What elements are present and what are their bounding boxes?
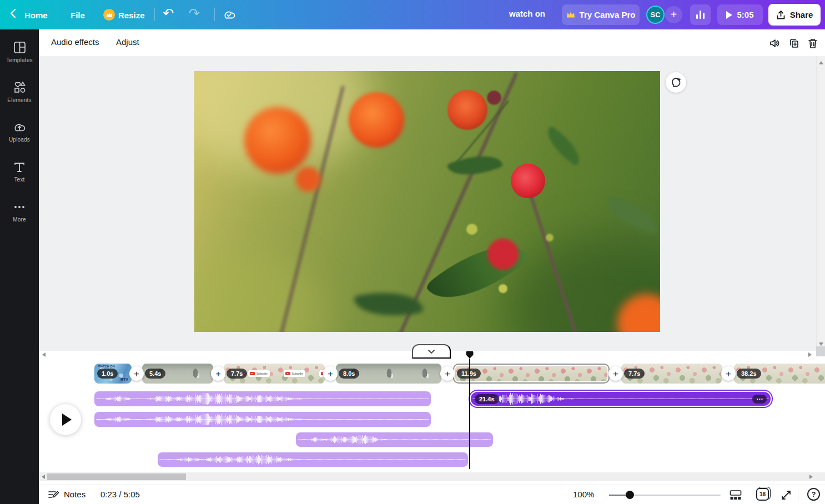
undo-button[interactable]: ↶ [163,6,174,21]
timeline-clip-5-selected[interactable]: 11.9s [453,364,610,384]
sidebar: Templates Elements Uploads Text More [0,29,39,504]
canvas-workspace [39,56,825,351]
present-play-button[interactable]: 5:05 [717,4,763,25]
canva-video-editor: Home File Resize ↶ ↷ watch on Try Canva … [0,0,825,504]
scroll-left-arrow[interactable] [42,352,46,357]
watch-on-label: watch on [509,9,545,18]
add-comment-button[interactable] [666,72,686,93]
audio-track-4[interactable] [158,452,468,467]
scrollbar-thumb[interactable] [47,473,186,480]
add-clip-button[interactable]: + [440,366,455,381]
audio-track-selected[interactable]: 21.4s ⋯ [470,391,772,407]
audio-duration-badge: 21.4s [475,394,499,404]
add-clip-button[interactable]: + [721,366,736,381]
waveform [94,412,431,427]
scroll-up-arrow[interactable] [819,61,823,64]
vertical-scrollbar[interactable] [816,56,825,351]
scroll-down-arrow[interactable] [819,342,823,346]
sidebar-item-more[interactable]: More [0,200,39,233]
resize-menu[interactable]: Resize [118,8,145,23]
timeline-scrollbar[interactable] [39,472,825,481]
flower-orange-large [244,107,311,174]
playhead-marker[interactable] [465,351,474,361]
timeline-clip-6[interactable]: 7.7s [621,364,722,384]
crown-icon [566,11,575,18]
back-button[interactable] [8,7,19,23]
scroll-left-arrow[interactable] [42,475,45,479]
speaker-icon [769,37,781,49]
sidebar-item-uploads[interactable]: Uploads [0,120,39,153]
help-button[interactable]: ? [807,488,820,501]
home-menu[interactable]: Home [24,8,48,23]
add-clip-button[interactable]: + [129,366,144,381]
clip-duration-badge: 8.0s [339,369,359,379]
text-icon [13,160,26,174]
play-icon [62,414,72,426]
flower-red-top [447,90,487,130]
add-clip-button[interactable]: + [211,366,225,381]
templates-icon [13,41,27,54]
audio-effects-button[interactable]: Audio effects [51,37,99,47]
timeline-play-button[interactable] [50,404,81,435]
notes-icon-button[interactable] [47,488,60,502]
playback-time: 0:23 / 5:05 [100,490,140,499]
bud [546,234,554,241]
flower-orange-small [295,167,321,192]
leaf [603,196,660,234]
timeline-clip-1[interactable]: WATCH ON RTV 1.0s [94,364,132,384]
bottombar-divider [798,489,798,501]
scroll-right-arrow[interactable] [808,352,812,357]
flower-red-lower [487,238,519,270]
leaf [540,125,587,167]
add-clip-button[interactable]: + [323,366,338,381]
avatar[interactable]: SC [646,6,665,24]
flower-red-pompom [511,164,545,198]
subscribe-thumbnail-chip: Subscribe [284,370,305,377]
timeline-view-button[interactable] [729,488,742,502]
redo-button[interactable]: ↷ [189,6,200,21]
collapse-timeline-tab[interactable] [412,344,451,359]
adjust-button[interactable]: Adjust [116,37,139,47]
zoom-slider-handle[interactable] [626,491,634,499]
audio-options-button[interactable]: ⋯ [752,395,767,404]
audio-track-2[interactable] [94,412,431,427]
delete-button[interactable] [806,37,819,50]
share-button[interactable]: Share [768,4,821,26]
timeline-clip-2[interactable]: 5.4s [142,364,213,384]
file-menu[interactable]: File [71,8,85,23]
timeline-clip-7[interactable]: 38.2s [734,364,825,384]
fullscreen-button[interactable] [779,488,793,502]
audio-track-1[interactable] [94,391,431,406]
top-bar: Home File Resize ↶ ↷ watch on Try Canva … [0,0,825,29]
notes-pencil-icon [48,490,59,501]
waveform [296,432,493,447]
clip-duration-badge: 7.7s [624,369,645,379]
insights-button[interactable] [690,4,711,25]
topbar-divider [154,8,155,21]
zoom-percent: 100% [573,490,594,499]
subscribe-thumbnail-chip: Subscribe [248,370,270,377]
topbar-divider [214,8,215,21]
pages-grid-button[interactable]: 18 [756,488,769,501]
timeline-clip-3[interactable]: Subscribe Subscribe 7.7s [224,364,325,384]
timeline-clip-4[interactable]: 8.0s [336,364,441,384]
bottom-bar: Notes 0:23 / 5:05 100% 18 ? [39,485,825,504]
waveform [158,452,468,467]
duplicate-button[interactable] [787,37,801,50]
clip-duration-badge: 7.7s [227,369,247,379]
scrollbar-corner [816,346,825,356]
volume-button[interactable] [768,37,782,50]
sidebar-item-elements[interactable]: Elements [0,80,39,113]
add-clip-button[interactable]: + [608,366,623,381]
notes-button[interactable]: Notes [64,490,85,499]
add-member-button[interactable]: + [665,6,682,23]
sidebar-item-text[interactable]: Text [0,160,39,193]
scroll-right-arrow[interactable] [809,475,813,479]
bar-chart-icon [695,9,706,20]
video-frame-flowers[interactable] [194,71,660,332]
sidebar-item-templates[interactable]: Templates [0,41,39,73]
audio-track-3[interactable] [296,432,493,447]
playhead-line[interactable] [469,359,470,469]
try-canva-pro-button[interactable]: Try Canva Pro [562,4,640,25]
clip-overlay-text: RTV [120,377,128,381]
